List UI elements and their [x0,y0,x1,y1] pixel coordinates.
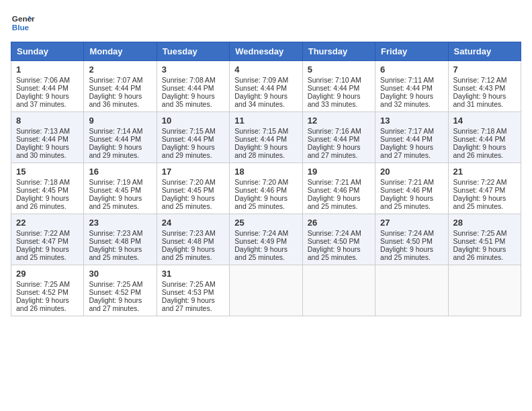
sunset: Sunset: 4:44 PM [89,135,141,143]
calendar-cell: 21Sunrise: 7:22 AMSunset: 4:47 PMDayligh… [448,163,521,214]
calendar-cell [448,265,521,316]
sunrise: Sunrise: 7:25 AM [453,229,507,237]
weekday-header-monday: Monday [84,42,157,61]
sunrise: Sunrise: 7:13 AM [16,127,70,135]
day-number: 22 [16,218,79,228]
daylight: Daylight: 9 hours and 25 minutes. [453,194,506,210]
sunset: Sunset: 4:44 PM [380,135,433,143]
daylight: Daylight: 9 hours and 25 minutes. [380,194,433,210]
sunset: Sunset: 4:44 PM [89,84,141,92]
day-number: 13 [380,116,443,126]
sunset: Sunset: 4:44 PM [234,84,287,92]
sunset: Sunset: 4:50 PM [380,237,433,245]
daylight: Daylight: 9 hours and 35 minutes. [162,92,215,108]
calendar-cell [230,265,302,316]
sunset: Sunset: 4:44 PM [453,135,506,143]
sunset: Sunset: 4:47 PM [16,237,69,245]
sunset: Sunset: 4:44 PM [162,84,214,92]
weekday-header-wednesday: Wednesday [230,42,302,61]
sunrise: Sunrise: 7:22 AM [453,178,507,186]
daylight: Daylight: 9 hours and 27 minutes. [162,296,215,312]
daylight: Daylight: 9 hours and 25 minutes. [380,245,433,261]
daylight: Daylight: 9 hours and 27 minutes. [308,143,361,159]
sunset: Sunset: 4:43 PM [453,84,506,92]
logo-icon: General Blue [11,11,35,35]
daylight: Daylight: 9 hours and 30 minutes. [16,143,69,159]
day-number: 14 [453,116,516,126]
sunrise: Sunrise: 7:24 AM [380,229,434,237]
week-row-1: 1Sunrise: 7:06 AMSunset: 4:44 PMDaylight… [11,61,521,112]
sunset: Sunset: 4:45 PM [89,186,141,194]
sunrise: Sunrise: 7:20 AM [234,178,288,186]
day-number: 31 [162,269,224,279]
sunrise: Sunrise: 7:17 AM [380,127,434,135]
day-number: 24 [162,218,224,228]
day-number: 25 [234,218,297,228]
day-number: 12 [308,116,370,126]
calendar-cell [375,265,448,316]
weekday-header-sunday: Sunday [11,42,84,61]
sunrise: Sunrise: 7:14 AM [89,127,142,135]
daylight: Daylight: 9 hours and 25 minutes. [89,194,142,210]
calendar-cell: 10Sunrise: 7:15 AMSunset: 4:44 PMDayligh… [157,112,229,163]
day-number: 28 [453,218,516,228]
sunrise: Sunrise: 7:18 AM [453,127,507,135]
day-number: 4 [234,64,297,75]
sunrise: Sunrise: 7:25 AM [89,280,142,288]
calendar-cell: 4Sunrise: 7:09 AMSunset: 4:44 PMDaylight… [230,61,302,112]
day-number: 5 [308,64,370,75]
sunset: Sunset: 4:45 PM [162,186,214,194]
sunrise: Sunrise: 7:18 AM [16,178,70,186]
sunset: Sunset: 4:52 PM [89,288,141,296]
sunrise: Sunrise: 7:10 AM [308,76,361,84]
calendar-cell: 26Sunrise: 7:24 AMSunset: 4:50 PMDayligh… [302,214,375,265]
week-row-3: 15Sunrise: 7:18 AMSunset: 4:45 PMDayligh… [11,163,521,214]
daylight: Daylight: 9 hours and 36 minutes. [89,92,142,108]
calendar-cell: 6Sunrise: 7:11 AMSunset: 4:44 PMDaylight… [375,61,448,112]
daylight: Daylight: 9 hours and 31 minutes. [453,92,506,108]
sunrise: Sunrise: 7:08 AM [162,76,216,84]
sunrise: Sunrise: 7:25 AM [16,280,70,288]
daylight: Daylight: 9 hours and 33 minutes. [308,92,361,108]
day-number: 20 [380,167,443,177]
sunset: Sunset: 4:50 PM [308,237,360,245]
calendar-cell: 2Sunrise: 7:07 AMSunset: 4:44 PMDaylight… [84,61,157,112]
daylight: Daylight: 9 hours and 28 minutes. [234,143,287,159]
daylight: Daylight: 9 hours and 25 minutes. [162,245,215,261]
week-row-4: 22Sunrise: 7:22 AMSunset: 4:47 PMDayligh… [11,214,521,265]
day-number: 27 [380,218,443,228]
day-number: 7 [453,64,516,75]
sunset: Sunset: 4:44 PM [16,135,69,143]
sunset: Sunset: 4:48 PM [162,237,214,245]
daylight: Daylight: 9 hours and 29 minutes. [162,143,215,159]
daylight: Daylight: 9 hours and 26 minutes. [453,245,506,261]
sunset: Sunset: 4:44 PM [162,135,214,143]
day-number: 10 [162,116,224,126]
sunset: Sunset: 4:49 PM [234,237,287,245]
calendar-cell: 19Sunrise: 7:21 AMSunset: 4:46 PMDayligh… [302,163,375,214]
day-number: 21 [453,167,516,177]
weekday-header-saturday: Saturday [448,42,521,61]
daylight: Daylight: 9 hours and 27 minutes. [380,143,433,159]
sunset: Sunset: 4:52 PM [16,288,69,296]
daylight: Daylight: 9 hours and 25 minutes. [234,194,287,210]
sunset: Sunset: 4:48 PM [89,237,141,245]
sunrise: Sunrise: 7:09 AM [234,76,288,84]
day-number: 29 [16,269,79,279]
daylight: Daylight: 9 hours and 25 minutes. [308,245,361,261]
sunrise: Sunrise: 7:24 AM [234,229,288,237]
calendar-cell: 24Sunrise: 7:23 AMSunset: 4:48 PMDayligh… [157,214,229,265]
sunset: Sunset: 4:47 PM [453,186,506,194]
weekday-header-friday: Friday [375,42,448,61]
daylight: Daylight: 9 hours and 26 minutes. [453,143,506,159]
daylight: Daylight: 9 hours and 25 minutes. [162,194,215,210]
sunset: Sunset: 4:46 PM [380,186,433,194]
week-row-2: 8Sunrise: 7:13 AMSunset: 4:44 PMDaylight… [11,112,521,163]
sunset: Sunset: 4:51 PM [453,237,506,245]
calendar-cell: 20Sunrise: 7:21 AMSunset: 4:46 PMDayligh… [375,163,448,214]
day-number: 6 [380,64,443,75]
calendar-cell: 11Sunrise: 7:15 AMSunset: 4:44 PMDayligh… [230,112,302,163]
sunrise: Sunrise: 7:11 AM [380,76,434,84]
sunset: Sunset: 4:44 PM [16,84,69,92]
calendar-cell: 1Sunrise: 7:06 AMSunset: 4:44 PMDaylight… [11,61,84,112]
